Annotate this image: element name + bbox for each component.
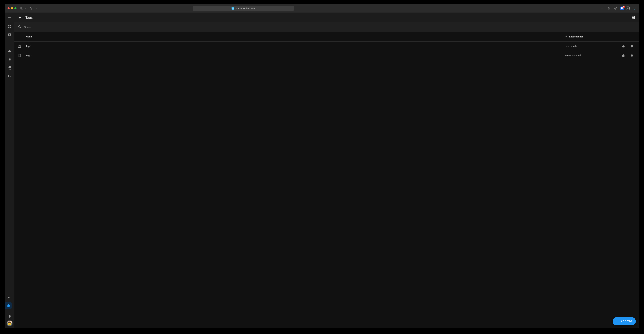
sidebar-rail: HACS 🧑	[5, 13, 14, 328]
svg-point-4	[291, 8, 291, 8]
sidebar-item-chip[interactable]	[6, 56, 13, 63]
automation-button[interactable]	[620, 43, 627, 50]
svg-rect-43	[622, 55, 624, 57]
column-header-name[interactable]: Name	[26, 35, 565, 38]
sidebar-item-settings[interactable]	[5, 302, 12, 309]
sidebar-item-notifications[interactable]	[6, 313, 13, 319]
svg-rect-42	[19, 55, 20, 56]
main-content: Tags Name Last scann	[14, 13, 639, 328]
app-container: HACS 🧑	[5, 13, 639, 328]
window-controls	[8, 7, 16, 9]
search-icon	[18, 25, 22, 29]
svg-rect-34	[622, 46, 624, 48]
svg-rect-12	[10, 25, 11, 26]
plus-icon	[615, 319, 619, 323]
svg-rect-13	[8, 27, 9, 28]
svg-point-3	[290, 8, 290, 8]
sort-arrow-down-icon	[565, 35, 568, 39]
help-button[interactable]	[630, 14, 637, 21]
back-icon[interactable]	[35, 6, 39, 11]
add-tag-label: ADD TAG	[621, 320, 632, 323]
svg-rect-23	[8, 59, 10, 61]
svg-rect-0	[20, 7, 23, 9]
chevron-down-icon[interactable]	[24, 6, 27, 11]
svg-rect-32	[18, 45, 21, 48]
svg-point-47	[623, 54, 624, 55]
row-name: Tag 1	[26, 45, 565, 48]
browser-window: homeassistant.local 2 N	[5, 4, 639, 328]
share-icon[interactable]	[606, 6, 611, 11]
new-tab-icon[interactable]	[600, 6, 604, 11]
sidebar-item-overview[interactable]	[6, 23, 13, 30]
page-header: Tags	[14, 13, 639, 22]
page-title: Tags	[26, 16, 32, 20]
svg-marker-2	[30, 7, 32, 9]
settings-button[interactable]	[628, 43, 635, 50]
sidebar-item-code[interactable]	[6, 73, 13, 79]
qr-icon	[18, 54, 26, 57]
svg-rect-39	[622, 46, 622, 47]
table-row[interactable]: Tag 1 Last month	[14, 42, 639, 51]
sidebar-item-cloud[interactable]	[6, 48, 13, 55]
extension-bitwarden[interactable]: 2	[620, 7, 624, 10]
column-scanned-label: Last scanned	[569, 35, 584, 38]
extension-badge-count: 2	[622, 6, 625, 8]
sidebar-toggle-icon[interactable]	[20, 6, 24, 11]
hacs-label: HACS	[8, 69, 11, 70]
sidebar-item-devtools[interactable]	[5, 294, 12, 301]
svg-rect-41	[18, 54, 21, 57]
svg-rect-11	[8, 25, 9, 26]
close-window-button[interactable]	[8, 7, 10, 9]
sidebar-item-logbook[interactable]	[6, 40, 13, 46]
minimize-window-button[interactable]	[11, 7, 13, 9]
svg-rect-49	[624, 56, 625, 56]
svg-point-45	[624, 56, 624, 56]
svg-point-21	[8, 43, 8, 43]
qr-icon	[18, 44, 26, 48]
user-avatar[interactable]: 🧑	[6, 320, 13, 326]
sidebar-item-hacs[interactable]: HACS	[6, 64, 13, 71]
extension-shield-icon[interactable]	[632, 6, 636, 11]
settings-button[interactable]	[628, 52, 635, 59]
svg-rect-14	[10, 27, 11, 28]
svg-point-20	[8, 42, 8, 42]
extension-notion-icon[interactable]: N	[626, 7, 630, 10]
svg-point-38	[623, 45, 624, 45]
column-header-last-scanned[interactable]: Last scanned	[565, 35, 614, 39]
svg-rect-40	[624, 46, 625, 47]
svg-point-22	[8, 44, 8, 44]
sidebar-item-people[interactable]	[6, 31, 13, 38]
address-more-icon[interactable]	[290, 7, 292, 10]
browser-toolbar: homeassistant.local 2 N	[5, 4, 639, 13]
svg-rect-48	[622, 56, 622, 56]
row-last-scanned: Never scanned	[565, 54, 614, 57]
search-bar	[14, 22, 639, 32]
address-bar[interactable]: homeassistant.local	[193, 6, 294, 11]
maximize-window-button[interactable]	[14, 7, 16, 9]
menu-icon[interactable]	[6, 15, 13, 22]
svg-point-44	[623, 56, 623, 56]
svg-rect-33	[19, 46, 20, 47]
row-name: Tag 2	[26, 54, 565, 57]
url-text: homeassistant.local	[236, 7, 255, 10]
svg-point-35	[623, 46, 623, 47]
table-row[interactable]: Tag 2 Never scanned	[14, 51, 639, 60]
automation-button[interactable]	[620, 52, 627, 59]
site-favicon	[232, 7, 234, 10]
back-button[interactable]	[16, 14, 23, 21]
add-tag-button[interactable]: ADD TAG	[612, 317, 636, 325]
favorite-icon[interactable]	[28, 6, 33, 11]
svg-point-16	[9, 34, 10, 35]
svg-point-5	[292, 8, 292, 8]
search-input[interactable]	[24, 26, 636, 29]
svg-point-36	[624, 46, 624, 47]
row-last-scanned: Last month	[565, 45, 614, 48]
downloads-icon[interactable]	[614, 6, 618, 11]
table-header: Name Last scanned	[14, 32, 639, 42]
